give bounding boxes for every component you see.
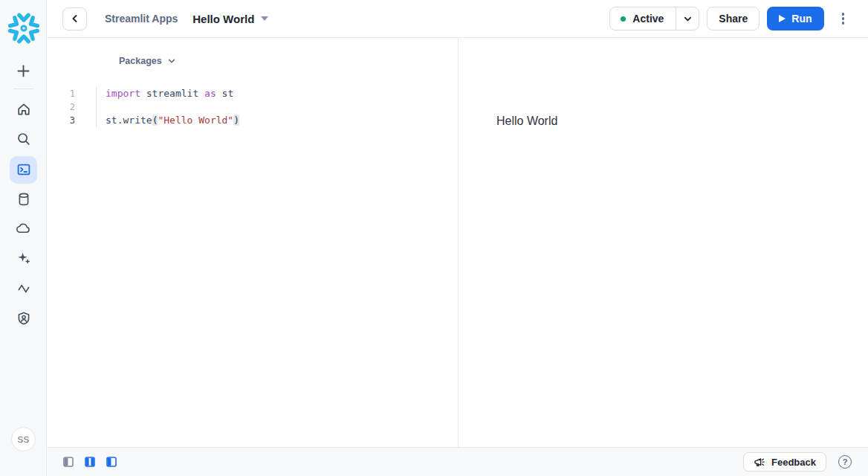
kebab-dot bbox=[842, 17, 845, 20]
code-token-string: "Hello World" bbox=[158, 115, 233, 126]
code-line-2[interactable]: 2 bbox=[47, 100, 457, 114]
line-number: 2 bbox=[47, 100, 97, 114]
terminal-icon bbox=[16, 162, 31, 177]
code-token-bracket: ) bbox=[233, 115, 239, 126]
avatar-initials: SS bbox=[18, 435, 30, 444]
preview-output-text: Hello World bbox=[496, 115, 557, 128]
app-title: Hello World bbox=[192, 13, 254, 25]
breadcrumb-streamlit-apps[interactable]: Streamlit Apps bbox=[105, 13, 178, 25]
code-token: import bbox=[106, 88, 146, 99]
sidebar-item-home[interactable] bbox=[0, 94, 47, 124]
status-dropdown-button[interactable] bbox=[676, 7, 699, 30]
packages-label: Packages bbox=[119, 56, 162, 66]
code-token: st.write bbox=[106, 115, 152, 126]
user-avatar[interactable]: SS bbox=[11, 427, 36, 451]
chevron-left-icon bbox=[71, 14, 80, 23]
packages-dropdown[interactable]: Packages bbox=[119, 56, 176, 66]
chevron-down-icon bbox=[167, 57, 176, 65]
kebab-dot bbox=[842, 22, 845, 25]
status-split-button: Active bbox=[609, 7, 699, 30]
sidebar-item-search[interactable] bbox=[0, 124, 47, 154]
layout-toggle-group bbox=[63, 457, 117, 467]
layout-preview-only-button[interactable] bbox=[106, 457, 117, 467]
code-area[interactable]: 1 import streamlit as st 2 3 st.write("H… bbox=[47, 87, 457, 127]
title-caret-down-icon[interactable] bbox=[261, 16, 268, 21]
sidebar-item-projects-active[interactable] bbox=[0, 155, 47, 184]
code-token: streamlit bbox=[146, 88, 204, 99]
sidebar-item-data[interactable] bbox=[0, 184, 47, 214]
kebab-dot bbox=[842, 13, 845, 16]
sidebar-item-cloud[interactable] bbox=[0, 213, 47, 243]
activity-pulse-icon bbox=[16, 281, 31, 296]
snowflake-icon bbox=[8, 13, 39, 44]
code-line-content bbox=[97, 100, 106, 114]
status-button[interactable]: Active bbox=[610, 7, 676, 30]
code-line-content: import streamlit as st bbox=[97, 87, 233, 100]
bottom-bar: Feedback ? bbox=[47, 447, 868, 476]
code-line-3[interactable]: 3 st.write("Hello World") bbox=[47, 114, 457, 127]
layout-split-view-button-active[interactable] bbox=[85, 457, 95, 467]
feedback-button[interactable]: Feedback bbox=[743, 452, 826, 472]
shield-user-icon bbox=[16, 311, 31, 326]
sidebar-item-admin[interactable] bbox=[0, 303, 47, 333]
snowflake-logo[interactable] bbox=[0, 13, 47, 44]
play-icon bbox=[779, 15, 786, 22]
run-label: Run bbox=[791, 13, 812, 25]
new-plus-button[interactable] bbox=[0, 56, 47, 86]
search-icon bbox=[16, 132, 31, 147]
code-editor-panel: Packages 1 import streamlit as st 2 3 st… bbox=[47, 38, 459, 447]
plus-icon bbox=[16, 64, 30, 78]
cloud-icon bbox=[16, 221, 31, 237]
left-sidebar: SS bbox=[0, 0, 47, 476]
line-number-active: 3 bbox=[47, 114, 97, 127]
snowsight-streamlit-editor: SS Streamlit Apps Hello World Active bbox=[0, 0, 868, 476]
question-mark-icon: ? bbox=[843, 457, 848, 466]
line-number: 1 bbox=[47, 87, 97, 100]
top-header: Streamlit Apps Hello World Active Share bbox=[47, 0, 868, 38]
sidebar-item-ai[interactable] bbox=[0, 243, 47, 273]
bottom-right-actions: Feedback ? bbox=[743, 452, 852, 472]
header-actions: Active Share Run bbox=[609, 7, 868, 30]
share-button[interactable]: Share bbox=[707, 7, 760, 30]
home-icon bbox=[16, 102, 31, 117]
status-dot-icon bbox=[621, 16, 626, 22]
share-label: Share bbox=[719, 13, 748, 25]
megaphone-icon bbox=[754, 457, 765, 468]
back-button[interactable] bbox=[62, 7, 87, 30]
run-button[interactable]: Run bbox=[767, 7, 823, 30]
layout-editor-only-button[interactable] bbox=[63, 457, 74, 467]
app-preview-panel: Hello World bbox=[459, 38, 868, 447]
sidebar-item-activity[interactable] bbox=[0, 274, 47, 303]
database-icon bbox=[16, 192, 31, 207]
status-label: Active bbox=[632, 13, 664, 25]
chevron-down-icon bbox=[683, 14, 693, 24]
more-options-button[interactable] bbox=[839, 10, 848, 28]
code-line-content: st.write("Hello World") bbox=[97, 114, 239, 127]
help-button[interactable]: ? bbox=[838, 455, 852, 469]
feedback-label: Feedback bbox=[771, 457, 816, 468]
code-line-1[interactable]: 1 import streamlit as st bbox=[47, 87, 457, 100]
code-token: st bbox=[222, 88, 234, 99]
code-token: as bbox=[204, 88, 221, 99]
sidebar-divider bbox=[13, 89, 33, 89]
sparkles-icon bbox=[16, 251, 31, 266]
